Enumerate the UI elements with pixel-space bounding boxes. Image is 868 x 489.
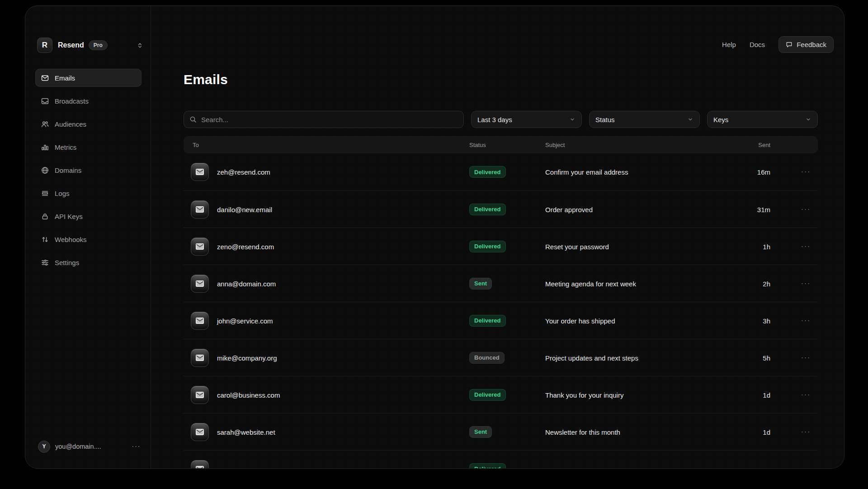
status-badge: Delivered — [469, 389, 506, 401]
table-row[interactable]: anna@domain.com Sent Meeting agenda for … — [184, 265, 818, 302]
email-envelope-icon — [191, 460, 209, 469]
status-badge: Sent — [469, 426, 492, 438]
email-subject: Meeting agenda for next week — [545, 280, 636, 287]
feedback-button[interactable]: Feedback — [778, 36, 834, 53]
sent-time: 2h — [763, 280, 770, 287]
sidebar-item-metrics[interactable]: Metrics — [35, 138, 142, 156]
user-more-options-icon[interactable]: ··· — [132, 442, 141, 451]
docs-link[interactable]: Docs — [750, 41, 765, 48]
chevron-down-icon — [687, 116, 693, 123]
sent-time: 16m — [757, 168, 770, 176]
table-row[interactable]: sarah@website.net Sent Newsletter for th… — [184, 413, 818, 450]
workspace-switcher[interactable]: R Resend Pro — [37, 37, 143, 54]
email-envelope-icon — [191, 423, 209, 441]
email-subject: Your order has shipped — [545, 317, 615, 324]
logs-icon — [41, 190, 49, 197]
emails-table: To Status Subject Sent zeh@resend.com De… — [184, 136, 818, 469]
status-cell: Delivered — [469, 315, 506, 327]
sent-time: 1d — [763, 391, 770, 399]
comment-icon — [786, 41, 793, 48]
email-envelope-icon — [191, 163, 209, 181]
workspace-name: Resend — [58, 41, 84, 49]
inbox-icon — [41, 97, 49, 105]
chevron-down-icon — [569, 116, 576, 123]
sent-time: 1d — [763, 428, 770, 436]
email-subject: Project updates and next steps — [545, 354, 638, 361]
row-more-options-icon[interactable]: ··· — [801, 167, 811, 176]
status-value: Status — [595, 116, 615, 123]
table-row[interactable]: mike@company.org Bounced Project updates… — [184, 339, 818, 376]
sidebar-nav: Emails Broadcasts Audiences Metrics — [35, 69, 142, 276]
resend-logo: R — [37, 38, 52, 53]
status-cell: Sent — [469, 278, 492, 290]
table-row[interactable]: carol@business.com Delivered Thank you f… — [184, 376, 818, 413]
email-subject: Confirm your email address — [545, 168, 628, 176]
status-cell: Delivered — [469, 241, 506, 252]
user-account[interactable]: Y you@domain.... ··· — [35, 437, 143, 456]
row-more-options-icon[interactable]: ··· — [801, 205, 811, 214]
table-row[interactable]: zeh@resend.com Delivered Confirm your em… — [184, 153, 818, 190]
avatar: Y — [38, 441, 50, 453]
arrows-up-down-icon — [41, 236, 49, 243]
sidebar-item-broadcasts[interactable]: Broadcasts — [35, 92, 142, 110]
status-dropdown[interactable]: Status — [589, 111, 700, 128]
page-title: Emails — [184, 72, 228, 87]
table-header: To Status Subject Sent — [184, 136, 818, 153]
sidebar-item-logs[interactable]: Logs — [35, 184, 142, 202]
table-row[interactable]: john@service.com Delivered Your order ha… — [184, 302, 818, 339]
email-envelope-icon — [191, 312, 209, 330]
sidebar-item-domains[interactable]: Domains — [35, 161, 142, 179]
email-envelope-icon — [191, 386, 209, 404]
sent-time: 31m — [757, 205, 770, 213]
status-badge: Sent — [469, 278, 492, 290]
keys-value: Keys — [713, 116, 728, 123]
row-more-options-icon[interactable]: ··· — [801, 316, 811, 325]
row-more-options-icon[interactable]: ··· — [801, 427, 811, 437]
row-more-options-icon[interactable]: ··· — [801, 353, 811, 362]
sliders-icon — [41, 259, 49, 266]
sidebar-item-label: Webhooks — [55, 236, 87, 243]
help-link[interactable]: Help — [722, 41, 736, 48]
search-input[interactable] — [184, 111, 464, 128]
status-cell: Delivered — [469, 166, 506, 178]
status-cell: Sent — [469, 426, 492, 438]
sidebar-item-settings[interactable]: Settings — [35, 253, 142, 271]
table-row[interactable]: zeno@resend.com Delivered Reset your pas… — [184, 228, 818, 265]
chevrons-up-down-icon[interactable] — [137, 42, 143, 49]
feedback-label: Feedback — [797, 41, 826, 48]
table-row[interactable]: danilo@new.email Delivered Order approve… — [184, 190, 818, 228]
row-more-options-icon[interactable]: ··· — [801, 465, 811, 469]
sidebar-item-webhooks[interactable]: Webhooks — [35, 230, 142, 248]
email-subject: Thank you for your inquiry — [545, 391, 623, 399]
header-status: Status — [469, 142, 486, 148]
date-range-dropdown[interactable]: Last 3 days — [471, 111, 582, 128]
search-wrap — [184, 111, 464, 128]
status-cell: Delivered — [469, 463, 506, 469]
screen: R Resend Pro Emails Broadcasts — [0, 0, 868, 489]
table-row[interactable]: Delivered ··· — [184, 450, 818, 469]
recipient-email: carol@business.com — [217, 391, 280, 399]
sidebar-item-emails[interactable]: Emails — [35, 69, 142, 87]
email-envelope-icon — [191, 200, 209, 218]
row-more-options-icon[interactable]: ··· — [801, 279, 811, 288]
status-badge: Delivered — [469, 166, 506, 178]
sidebar-item-api-keys[interactable]: API Keys — [35, 207, 142, 225]
sidebar-item-label: Emails — [55, 74, 75, 82]
header-subject: Subject — [545, 142, 565, 148]
row-more-options-icon[interactable]: ··· — [801, 390, 811, 399]
row-more-options-icon[interactable]: ··· — [801, 242, 811, 251]
status-badge: Delivered — [469, 463, 506, 469]
user-email: you@domain.... — [55, 443, 101, 450]
filters-row: Last 3 days Status Keys — [184, 111, 818, 128]
sidebar-item-label: Logs — [55, 190, 70, 197]
keys-dropdown[interactable]: Keys — [707, 111, 818, 128]
bar-chart-icon — [41, 143, 49, 151]
sidebar: R Resend Pro Emails Broadcasts — [25, 6, 151, 468]
sidebar-item-label: Audiences — [55, 120, 86, 128]
header-to: To — [193, 142, 199, 148]
sidebar-item-audiences[interactable]: Audiences — [35, 115, 142, 133]
date-range-value: Last 3 days — [477, 116, 512, 123]
status-badge: Delivered — [469, 204, 506, 215]
email-subject: Order approved — [545, 205, 593, 213]
email-subject: Newsletter for this month — [545, 428, 620, 436]
